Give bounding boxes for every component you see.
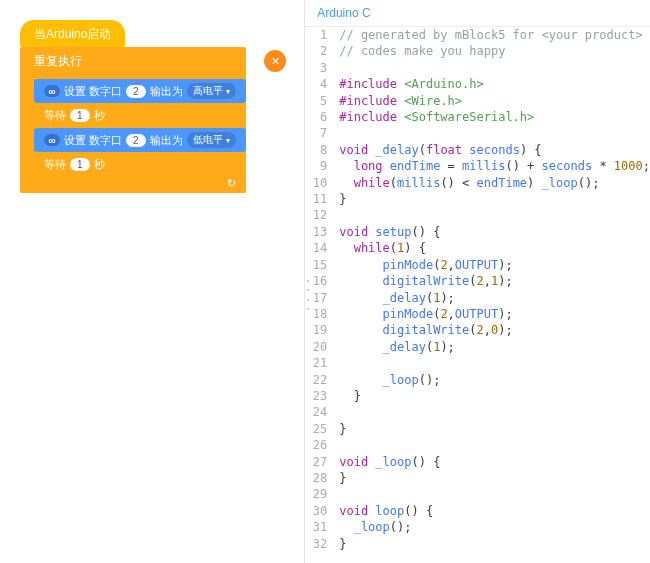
- line-number: 5: [305, 93, 335, 109]
- line-number: 29: [305, 486, 335, 502]
- wait-input[interactable]: 1: [70, 158, 90, 171]
- code-line: 6#include <SoftwareSerial.h>: [305, 109, 650, 125]
- code-line: 14 while(1) {: [305, 240, 650, 256]
- code-line: 20 _delay(1);: [305, 339, 650, 355]
- code-text: [335, 60, 346, 76]
- code-text: pinMode(2,OUTPUT);: [335, 306, 512, 322]
- code-line: 18 pinMode(2,OUTPUT);: [305, 306, 650, 322]
- cmd-label-suffix: 输出为: [150, 84, 183, 99]
- dropdown-label: 高电平: [193, 84, 223, 98]
- line-number: 32: [305, 536, 335, 552]
- code-line: 1// generated by mBlock5 for <your produ…: [305, 27, 650, 43]
- code-text: [335, 207, 346, 223]
- line-number: 28: [305, 470, 335, 486]
- code-line: 2// codes make you happy: [305, 43, 650, 59]
- line-number: 23: [305, 388, 335, 404]
- line-number: 31: [305, 519, 335, 535]
- code-line: 32}: [305, 536, 650, 552]
- code-text: _delay(1);: [335, 290, 455, 306]
- code-text: void _delay(float seconds) {: [335, 142, 541, 158]
- pin-input[interactable]: 2: [126, 134, 146, 147]
- code-editor[interactable]: 1// generated by mBlock5 for <your produ…: [305, 27, 650, 563]
- blocks-stack[interactable]: 当Arduino启动 重复执行 ∞ 设置 数字口 2 输出为 高电平 等待: [20, 20, 304, 193]
- code-line: 16 digitalWrite(2,1);: [305, 273, 650, 289]
- code-line: 9 long endTime = millis() + seconds * 10…: [305, 158, 650, 174]
- code-text: void setup() {: [335, 224, 440, 240]
- code-line: 10 while(millis() < endTime) _loop();: [305, 175, 650, 191]
- code-text: _loop();: [335, 519, 411, 535]
- c-block-label: 重复执行: [34, 54, 82, 68]
- hat-block-label: 当Arduino启动: [34, 27, 111, 41]
- line-number: 26: [305, 437, 335, 453]
- c-block-forever[interactable]: 重复执行 ∞ 设置 数字口 2 输出为 高电平 等待 1 秒: [20, 47, 246, 193]
- level-dropdown-low[interactable]: 低电平: [187, 132, 236, 148]
- infinity-icon: ∞: [44, 85, 60, 97]
- line-number: 2: [305, 43, 335, 59]
- code-text: #include <SoftwareSerial.h>: [335, 109, 534, 125]
- wait-input[interactable]: 1: [70, 109, 90, 122]
- code-text: }: [335, 536, 346, 552]
- line-number: 21: [305, 355, 335, 371]
- code-line: 21: [305, 355, 650, 371]
- code-line: 8void _delay(float seconds) {: [305, 142, 650, 158]
- cmd-label-prefix: 设置 数字口: [64, 133, 122, 148]
- code-text: digitalWrite(2,1);: [335, 273, 512, 289]
- line-number: 12: [305, 207, 335, 223]
- code-line: 4#include <Arduino.h>: [305, 76, 650, 92]
- c-block-cap: [20, 179, 246, 193]
- line-number: 20: [305, 339, 335, 355]
- code-line: 15 pinMode(2,OUTPUT);: [305, 257, 650, 273]
- wait-label-suffix: 秒: [94, 157, 105, 172]
- block-set-digital-low[interactable]: ∞ 设置 数字口 2 输出为 低电平: [34, 128, 246, 152]
- line-number: 27: [305, 454, 335, 470]
- code-line: 11}: [305, 191, 650, 207]
- c-block-body: ∞ 设置 数字口 2 输出为 高电平 等待 1 秒 ∞ 设置 数字口 2: [34, 76, 246, 179]
- line-number: 11: [305, 191, 335, 207]
- code-text: [335, 486, 346, 502]
- line-number: 22: [305, 372, 335, 388]
- block-wait-1[interactable]: 等待 1 秒: [34, 104, 115, 127]
- code-line: 26: [305, 437, 650, 453]
- close-button[interactable]: ✕: [264, 50, 286, 72]
- code-text: [335, 355, 346, 371]
- line-number: 1: [305, 27, 335, 43]
- line-number: 6: [305, 109, 335, 125]
- code-line: 3: [305, 60, 650, 76]
- wait-label-prefix: 等待: [44, 108, 66, 123]
- line-number: 19: [305, 322, 335, 338]
- level-dropdown-high[interactable]: 高电平: [187, 83, 236, 99]
- code-text: _delay(1);: [335, 339, 455, 355]
- line-number: 18: [305, 306, 335, 322]
- code-line: 7: [305, 125, 650, 141]
- code-text: // codes make you happy: [335, 43, 505, 59]
- code-line: 17 _delay(1);: [305, 290, 650, 306]
- code-text: #include <Wire.h>: [335, 93, 462, 109]
- pin-input[interactable]: 2: [126, 85, 146, 98]
- code-text: long endTime = millis() + seconds * 1000…: [335, 158, 650, 174]
- code-line: 5#include <Wire.h>: [305, 93, 650, 109]
- code-text: void loop() {: [335, 503, 433, 519]
- line-number: 8: [305, 142, 335, 158]
- code-line: 31 _loop();: [305, 519, 650, 535]
- code-text: void _loop() {: [335, 454, 440, 470]
- wait-label-suffix: 秒: [94, 108, 105, 123]
- close-icon: ✕: [271, 55, 280, 68]
- cmd-label-suffix: 输出为: [150, 133, 183, 148]
- blocks-canvas[interactable]: 当Arduino启动 重复执行 ∞ 设置 数字口 2 输出为 高电平 等待: [0, 0, 304, 563]
- line-number: 9: [305, 158, 335, 174]
- line-number: 16: [305, 273, 335, 289]
- cmd-label-prefix: 设置 数字口: [64, 84, 122, 99]
- block-wait-2[interactable]: 等待 1 秒: [34, 153, 115, 176]
- dropdown-label: 低电平: [193, 133, 223, 147]
- code-line: 28}: [305, 470, 650, 486]
- hat-block-arduino-start[interactable]: 当Arduino启动: [20, 20, 125, 47]
- code-line: 25}: [305, 421, 650, 437]
- code-line: 27void _loop() {: [305, 454, 650, 470]
- line-number: 17: [305, 290, 335, 306]
- wait-label-prefix: 等待: [44, 157, 66, 172]
- block-set-digital-high[interactable]: ∞ 设置 数字口 2 输出为 高电平: [34, 79, 246, 103]
- code-text: [335, 437, 346, 453]
- code-line: 30void loop() {: [305, 503, 650, 519]
- code-line: 23 }: [305, 388, 650, 404]
- code-text: while(1) {: [335, 240, 426, 256]
